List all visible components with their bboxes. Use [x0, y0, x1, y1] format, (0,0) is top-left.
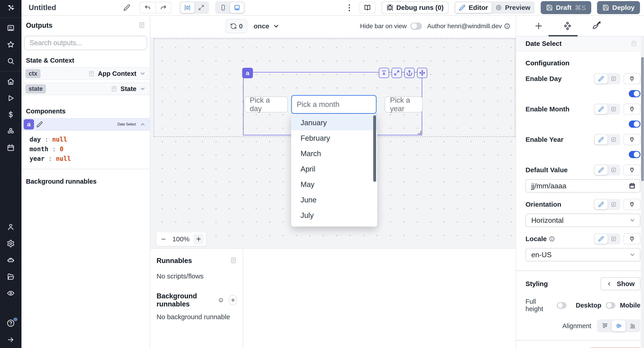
static-editor-pencil-icon[interactable]	[594, 135, 608, 144]
add-background-runnable-button[interactable]	[229, 295, 237, 305]
desktop-view-button[interactable]	[230, 2, 244, 13]
fx-editor-icon[interactable]	[608, 200, 620, 209]
static-editor-pencil-icon[interactable]	[594, 234, 608, 244]
month-option[interactable]: January	[291, 115, 377, 130]
enable-month-toggle[interactable]	[629, 120, 640, 128]
star-icon[interactable]	[0, 36, 22, 53]
settings-doc-icon[interactable]	[630, 40, 637, 47]
apps-icon[interactable]	[0, 20, 22, 36]
rename-pencil-icon[interactable]	[123, 4, 130, 11]
month-option[interactable]: April	[291, 161, 377, 177]
day-select-field[interactable]: Pick a day	[244, 96, 288, 112]
user-icon[interactable]	[0, 219, 22, 235]
connect-plug-icon[interactable]	[624, 233, 640, 244]
connect-plug-icon[interactable]	[624, 134, 640, 145]
mobile-view-button[interactable]	[216, 2, 230, 13]
outputs-search[interactable]	[24, 36, 147, 50]
schedules-calendar-icon[interactable]	[0, 140, 22, 156]
month-option[interactable]: July	[291, 208, 377, 223]
align-top-button[interactable]	[598, 320, 612, 332]
static-editor-pencil-icon[interactable]	[594, 165, 608, 175]
dropdown-scrollbar[interactable]	[373, 115, 376, 182]
month-select-field[interactable]: Pick a month	[291, 95, 376, 114]
fx-editor-icon[interactable]	[608, 74, 620, 84]
fx-editor-icon[interactable]	[608, 104, 620, 114]
folder-icon[interactable]	[0, 268, 22, 285]
expand-rail-arrow-icon[interactable]	[0, 332, 22, 348]
resources-cubes-icon[interactable]	[0, 123, 22, 140]
month-option[interactable]: March	[291, 146, 377, 161]
settings-gear-icon[interactable]	[0, 235, 22, 252]
fx-editor-icon[interactable]	[608, 234, 620, 244]
preview-tab[interactable]: Preview	[492, 2, 534, 13]
month-option[interactable]: June	[291, 192, 377, 208]
refresh-count-box[interactable]: 0	[226, 19, 247, 33]
component-row-date-select[interactable]: a Date Select	[22, 118, 150, 130]
draft-button[interactable]: Draft ⌘S	[541, 1, 591, 14]
run-mode-select[interactable]: once	[254, 19, 280, 33]
outputs-doc-icon[interactable]	[138, 22, 145, 29]
component-settings-tab[interactable]	[563, 22, 572, 30]
debug-runs-button[interactable]: Debug runs (0)	[382, 1, 448, 14]
undo-button[interactable]	[140, 2, 156, 13]
eye-icon[interactable]	[0, 285, 22, 302]
desktop-toggle[interactable]	[606, 302, 616, 309]
redo-button[interactable]	[156, 2, 171, 13]
locale-select[interactable]: en-US	[526, 248, 640, 262]
variables-dollar-icon[interactable]	[0, 106, 22, 123]
static-editor-pencil-icon[interactable]	[594, 74, 608, 84]
workers-robot-icon[interactable]	[0, 252, 22, 268]
connect-plug-icon[interactable]	[624, 104, 640, 115]
connect-plug-icon[interactable]	[624, 199, 640, 210]
theme-brush-tab[interactable]	[592, 22, 601, 30]
editor-tab[interactable]: Editor	[455, 2, 492, 13]
insert-component-tab[interactable]	[534, 22, 543, 30]
month-option[interactable]: August	[291, 223, 377, 226]
docs-book-button[interactable]	[359, 2, 376, 14]
align-bottom-button[interactable]	[626, 320, 640, 332]
expand-button[interactable]	[392, 68, 402, 78]
align-center-button[interactable]	[612, 320, 626, 332]
enable-year-toggle[interactable]	[629, 151, 640, 158]
windmill-logo[interactable]	[0, 0, 22, 16]
canvas-column: 0 once Hide bar on view Author henri@win…	[150, 16, 516, 348]
centered-layout-button[interactable]	[180, 2, 194, 13]
fx-editor-icon[interactable]	[608, 135, 620, 144]
runnables-doc-icon[interactable]	[230, 257, 237, 264]
full-height-toggle[interactable]	[557, 302, 566, 309]
zoom-in-button[interactable]: +	[194, 234, 204, 244]
orientation-select[interactable]: Horizontal	[526, 214, 640, 227]
enable-day-toggle[interactable]	[629, 90, 640, 97]
outputs-search-input[interactable]	[30, 39, 142, 47]
hide-bar-toggle[interactable]	[410, 22, 422, 30]
search-icon[interactable]	[0, 53, 22, 69]
move-button[interactable]	[417, 68, 427, 78]
month-option[interactable]: May	[291, 177, 377, 192]
prop-year: year : null	[30, 154, 150, 164]
full-width-layout-button[interactable]	[194, 2, 208, 13]
kebab-menu-icon[interactable]: ⋮	[345, 3, 353, 12]
component-rename-pencil-icon[interactable]	[36, 121, 43, 128]
help-icon[interactable]	[0, 315, 22, 332]
fill-height-button[interactable]	[379, 68, 389, 78]
default-value-date-input[interactable]: jj/mm/aaaa	[526, 179, 640, 192]
fx-editor-icon[interactable]	[608, 165, 620, 175]
styling-show-button[interactable]: Show	[600, 277, 640, 290]
runs-play-icon[interactable]	[0, 90, 22, 106]
home-icon[interactable]	[0, 73, 22, 90]
settings-scrollbar-thumb[interactable]	[641, 57, 644, 181]
static-editor-pencil-icon[interactable]	[594, 104, 608, 114]
deploy-button[interactable]: Deploy	[597, 1, 640, 14]
canvas-component-badge[interactable]: a	[242, 68, 253, 78]
ctx-row[interactable]: ctx App Context	[22, 67, 150, 80]
anchor-button[interactable]	[404, 68, 414, 78]
state-row[interactable]: state State	[22, 82, 150, 95]
resize-handle[interactable]	[418, 131, 421, 134]
connect-plug-icon[interactable]	[624, 73, 640, 84]
month-option[interactable]: February	[291, 130, 377, 146]
static-editor-pencil-icon[interactable]	[594, 200, 608, 209]
design-canvas[interactable]: a Pick a day Pick a month Pick a year	[150, 37, 516, 248]
connect-plug-icon[interactable]	[624, 164, 640, 176]
year-select-field[interactable]: Pick a year	[384, 96, 422, 112]
zoom-out-button[interactable]: −	[158, 234, 168, 244]
